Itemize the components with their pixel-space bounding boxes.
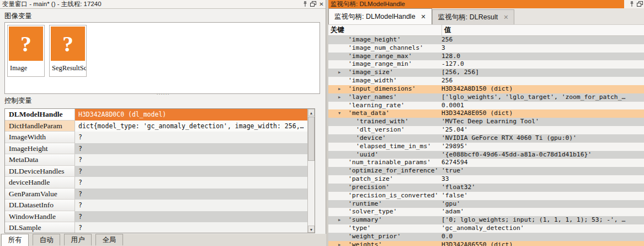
watch-table-row[interactable]: 'uuid''{e088bcf0-49d6-45dd-a81a-0c78d1d4… [328,151,644,159]
image-variables-label: 图像变量 [4,12,32,21]
scrollbar-thumb[interactable] [308,117,315,161]
close-icon[interactable]: ✕ [318,1,324,7]
watch-table-row[interactable]: 'dlt_version''25.04' [328,126,644,134]
watch-table-row[interactable]: ▶'summary'['0; lglo_weights; input; (1, … [328,216,644,224]
variable-filter-tab[interactable]: 自动 [33,234,60,245]
key-column-header: 关键 [331,25,344,35]
watch-table-row[interactable]: 'image_width'256 [328,77,644,85]
float-window-icon[interactable] [637,1,643,7]
expand-collapsed-icon[interactable]: ▶ [338,216,345,224]
watch-key: 'type' [328,224,441,233]
watch-table-row[interactable]: ▶'layer_names'['lglo_weights', 'lglo_tar… [328,93,644,102]
control-variable-value: ? [75,177,307,189]
watch-key: 'learning_rate' [328,102,441,110]
expand-expanded-icon[interactable]: ▼ [338,109,345,118]
watch-table-row[interactable]: 'runtime''gpu' [328,200,644,208]
watch-table-row[interactable]: ▶'input_dimensions'H3D342A8D150 (dict) [328,85,644,93]
watch-value: ['lglo_weights', 'lglo_target', 'zoom_fo… [441,93,644,102]
watch-table-row[interactable]: 'precision''float32' [328,184,644,192]
pin-icon[interactable] [302,1,308,7]
scroll-up-arrow[interactable]: ▲ [308,109,315,116]
control-variable-row[interactable]: WindowHandle? [5,211,307,223]
tab-close-icon[interactable]: ✕ [421,13,426,20]
control-table-scrollbar[interactable]: ▲ ▼ [307,109,315,233]
control-variable-row[interactable]: GenParamValue? [5,189,307,200]
watch-tab-label: 监视句柄: DLModelHandle [334,12,416,22]
watch-key: 'precision_is_converted' [328,192,441,200]
control-variables-table: DLModelHandleH3D342A8D0C0 (dl_model)Dict… [4,108,315,233]
control-variable-row[interactable]: DictHandleParamdict{model_type: 'gc_anom… [5,121,307,132]
watch-value: '29895' [441,143,644,151]
watch-table-row[interactable]: 'solver_type''adam' [328,208,644,216]
watch-value: H3D342A8E050 (dict) [441,109,644,118]
watch-value: 128.0 [441,53,644,61]
watch-table-row[interactable]: 'device''NVIDIA GeForce RTX 4060 Ti (gpu… [328,134,644,143]
watch-key: 'weights' [328,241,441,246]
watch-key: 'input_dimensions' [328,85,441,93]
watch-value: '25.04' [441,126,644,134]
expand-collapsed-icon[interactable]: ▶ [338,93,345,102]
watch-table-row[interactable]: 'image_height'256 [328,36,644,44]
control-variable-row[interactable]: deviceHandle? [5,177,307,189]
float-window-icon[interactable] [310,1,316,7]
watch-table-row[interactable]: 'optimize_for_inference''true' [328,167,644,175]
control-variable-row[interactable]: DLModelHandleH3D342A8D0C0 (dl_model) [5,109,307,121]
scroll-down-arrow[interactable]: ▼ [308,226,315,233]
variable-filter-tab[interactable]: 全局 [95,234,123,245]
control-variable-row[interactable]: MetaData? [5,154,307,166]
expand-collapsed-icon[interactable]: ▶ [338,241,345,246]
watch-table-row[interactable]: 'type''gc_anomaly_detection' [328,224,644,233]
image-thumbnail[interactable]: ? [9,27,43,61]
variable-window-titlebar[interactable]: 变量窗口 - main* () - 主线程: 17240 ✕ [0,0,326,9]
watch-table-row[interactable]: ▶'image_size'[256, 256] [328,69,644,77]
image-variable-card[interactable]: ?SegResultSca [49,25,87,77]
control-variable-row[interactable]: ImageWidth? [5,132,307,143]
watch-table-row[interactable]: 'patch_size'33 [328,175,644,184]
watch-table-row[interactable]: 'image_range_min'-127.0 [328,60,644,69]
pin-icon[interactable] [629,1,635,7]
watch-value: [256, 256] [441,69,644,77]
watch-handle-titlebar[interactable]: 监视句柄: DLModelHandle [328,0,644,8]
control-variable-row[interactable]: DLDeviceHandles? [5,166,307,177]
watch-value: 'false' [441,192,644,200]
expand-collapsed-icon[interactable]: ▶ [338,69,345,77]
control-variable-name: DictHandleParam [5,121,75,132]
control-variable-row[interactable]: DLDatasetInfo? [5,200,307,211]
watch-table-row[interactable]: 'image_num_channels'3 [328,44,644,53]
watch-key: 'uuid' [328,151,441,159]
watch-table-row[interactable]: 'trained_with''MVTec Deep Learning Tool' [328,118,644,126]
control-variable-row[interactable]: ImageHeight? [5,143,307,155]
control-variables-label: 控制变量 [4,96,32,106]
control-variable-name: WindowHandle [5,211,75,223]
watch-tab[interactable]: 监视句柄: DLModelHandle✕ [328,8,432,24]
watch-handle-panel: 监视句柄: DLModelHandle 监视句柄: DLModelHandle✕… [328,0,644,246]
watch-table-row[interactable]: 'weight_prior'0.0 [328,233,644,241]
watch-tab[interactable]: 监视句柄: DLResult✕ [432,9,515,24]
watch-key: 'patch_size' [328,175,441,184]
expand-collapsed-icon[interactable]: ▶ [338,85,345,93]
watch-tab-bar: 监视句柄: DLModelHandle✕监视句柄: DLResult✕ [328,8,644,24]
watch-table-row[interactable]: 'image_range_max'128.0 [328,53,644,61]
watch-table-row[interactable]: ▼'meta_data'H3D342A8E050 (dict) [328,109,644,118]
control-variable-name: DLSample [5,222,75,233]
variable-filter-tab[interactable]: 所有 [1,234,29,246]
control-variable-row[interactable]: DLSample? [5,222,307,233]
watch-table-row[interactable]: 'precision_is_converted''false' [328,192,644,200]
control-variable-value: ? [75,189,307,200]
watch-value: 'true' [441,167,644,175]
tab-close-icon[interactable]: ✕ [503,14,508,21]
watch-key: 'precision' [328,184,441,192]
watch-table-row[interactable]: ▶'weights'H3D342A86550 (dict) [328,241,644,246]
watch-value: 'gpu' [441,200,644,208]
window-controls: ✕ [302,0,324,8]
variable-filter-tab[interactable]: 用户 [64,234,92,245]
image-variable-card[interactable]: ?Image [7,25,45,77]
watch-table-row[interactable]: 'num_trainable_params'6274594 [328,159,644,167]
watch-table-row[interactable]: 'learning_rate'0.0001 [328,102,644,110]
watch-table-row[interactable]: 'elapsed_time_in_ms''29895' [328,143,644,151]
variable-filter-tabs: 所有自动用户全局 [0,234,326,246]
watch-value: 'adam' [441,208,644,216]
image-thumbnail[interactable]: ? [51,27,85,61]
splitter-handle[interactable]: ······ [0,92,326,96]
watch-key: 'image_height' [328,36,441,44]
